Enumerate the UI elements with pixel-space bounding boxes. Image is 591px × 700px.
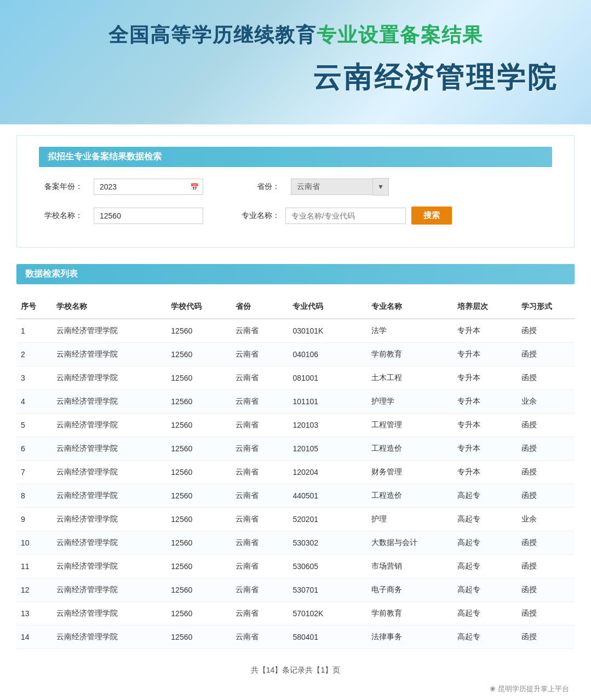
cell-province: 云南省 xyxy=(231,626,289,649)
col-header-code: 学校代码 xyxy=(167,295,231,319)
title-part1: 全国高等学历继续教育 xyxy=(108,24,317,46)
cell-level: 专升本 xyxy=(453,319,518,343)
cell-major-name: 护理学 xyxy=(367,390,453,414)
cell-level: 高起专 xyxy=(453,555,518,578)
table-row: 10云南经济管理学院12560云南省530302大数据与会计高起专函授 xyxy=(16,531,575,555)
cell-mode: 业余 xyxy=(517,390,575,414)
cell-province: 云南省 xyxy=(231,555,289,578)
cell-no: 3 xyxy=(16,366,52,390)
cell-school: 云南经济管理学院 xyxy=(52,414,167,437)
col-header-major-code: 专业代码 xyxy=(288,295,367,319)
title-part2: 专业设置备案结果 xyxy=(317,24,483,46)
cell-code: 12560 xyxy=(167,626,231,649)
cell-major-name: 财务管理 xyxy=(367,461,453,484)
cell-code: 12560 xyxy=(167,437,231,461)
cell-no: 1 xyxy=(16,319,52,343)
cell-major-code: 440501 xyxy=(288,484,367,508)
table-row: 4云南经济管理学院12560云南省101101护理学专升本业余 xyxy=(16,390,575,414)
cell-mode: 函授 xyxy=(517,343,575,366)
cell-province: 云南省 xyxy=(231,508,289,531)
search-button[interactable]: 搜索 xyxy=(411,206,452,225)
cell-no: 8 xyxy=(16,484,52,508)
table-row: 11云南经济管理学院12560云南省530605市场营销高起专函授 xyxy=(16,555,575,578)
cell-code: 12560 xyxy=(167,555,231,578)
cell-major-code: 081001 xyxy=(288,366,367,390)
search-section-header: 拟招生专业备案结果数据检索 xyxy=(39,147,552,167)
cell-no: 5 xyxy=(16,414,52,437)
cell-level: 专升本 xyxy=(453,366,518,390)
cell-major-code: 530302 xyxy=(288,531,367,555)
year-row: 备案年份： 📅 xyxy=(39,179,203,195)
cell-code: 12560 xyxy=(167,319,231,343)
table-row: 3云南经济管理学院12560云南省081001土木工程专升本函授 xyxy=(16,366,575,390)
cell-code: 12560 xyxy=(167,578,231,602)
major-label: 专业名称： xyxy=(236,211,280,221)
table-header-row: 序号 学校名称 学校代码 省份 专业代码 专业名称 培养层次 学习形式 xyxy=(16,295,575,319)
cell-no: 2 xyxy=(16,343,52,366)
cell-level: 高起专 xyxy=(453,602,518,626)
cell-major-code: 101101 xyxy=(288,390,367,414)
province-input[interactable] xyxy=(291,179,373,195)
cell-code: 12560 xyxy=(167,508,231,531)
year-label: 备案年份： xyxy=(39,182,83,192)
cell-major-name: 工程管理 xyxy=(367,414,453,437)
cell-major-code: 520201 xyxy=(288,508,367,531)
cell-mode: 函授 xyxy=(517,319,575,343)
cell-mode: 函授 xyxy=(517,555,575,578)
cell-school: 云南经济管理学院 xyxy=(52,390,167,414)
cell-major-code: 120105 xyxy=(288,437,367,461)
cell-major-name: 法律事务 xyxy=(367,626,453,649)
col-header-level: 培养层次 xyxy=(453,295,518,319)
table-section-header: 数据检索列表 xyxy=(16,264,575,284)
cell-school: 云南经济管理学院 xyxy=(52,626,167,649)
cell-mode: 函授 xyxy=(517,484,575,508)
province-dropdown-arrow[interactable]: ▼ xyxy=(373,178,389,196)
cell-major-name: 大数据与会计 xyxy=(367,531,453,555)
cell-school: 云南经济管理学院 xyxy=(52,484,167,508)
cell-code: 12560 xyxy=(167,531,231,555)
cell-major-code: 120204 xyxy=(288,461,367,484)
cell-major-name: 法学 xyxy=(367,319,453,343)
cell-school: 云南经济管理学院 xyxy=(52,578,167,602)
province-label: 省份： xyxy=(236,182,280,192)
cell-mode: 函授 xyxy=(517,414,575,437)
col-header-mode: 学习形式 xyxy=(517,295,575,319)
major-row: 专业名称： 搜索 xyxy=(236,206,452,225)
cell-major-code: 530605 xyxy=(288,555,367,578)
cell-no: 12 xyxy=(16,578,52,602)
province-row: 省份： ▼ xyxy=(236,178,389,196)
cell-province: 云南省 xyxy=(231,414,289,437)
year-input[interactable] xyxy=(94,179,203,195)
cell-mode: 函授 xyxy=(517,578,575,602)
cell-school: 云南经济管理学院 xyxy=(52,461,167,484)
sub-title: 云南经济管理学院 xyxy=(33,59,558,97)
table-row: 12云南经济管理学院12560云南省530701电子商务高起专函授 xyxy=(16,578,575,602)
cell-code: 12560 xyxy=(167,390,231,414)
school-input[interactable] xyxy=(94,208,203,224)
cell-mode: 业余 xyxy=(517,508,575,531)
cell-code: 12560 xyxy=(167,602,231,626)
table-row: 2云南经济管理学院12560云南省040106学前教育专升本函授 xyxy=(16,343,575,366)
cell-no: 11 xyxy=(16,555,52,578)
cell-province: 云南省 xyxy=(231,343,289,366)
cell-major-code: 580401 xyxy=(288,626,367,649)
cell-mode: 函授 xyxy=(517,602,575,626)
cell-major-code: 040106 xyxy=(288,343,367,366)
col-header-province: 省份 xyxy=(231,295,289,319)
table-row: 1云南经济管理学院12560云南省030101K法学专升本函授 xyxy=(16,319,575,343)
cell-level: 高起专 xyxy=(453,578,518,602)
cell-major-code: 030101K xyxy=(288,319,367,343)
cell-major-name: 学前教育 xyxy=(367,343,453,366)
table-row: 5云南经济管理学院12560云南省120103工程管理专升本函授 xyxy=(16,414,575,437)
cell-level: 专升本 xyxy=(453,437,518,461)
table-row: 9云南经济管理学院12560云南省520201护理高起专业余 xyxy=(16,508,575,531)
cell-major-name: 学前教育 xyxy=(367,602,453,626)
cell-mode: 函授 xyxy=(517,626,575,649)
school-row: 学校名称： xyxy=(39,208,203,224)
calendar-icon: 📅 xyxy=(190,183,199,191)
header-section: 全国高等学历继续教育专业设置备案结果 云南经济管理学院 xyxy=(0,0,591,124)
col-header-major-name: 专业名称 xyxy=(367,295,453,319)
cell-province: 云南省 xyxy=(231,484,289,508)
cell-major-name: 护理 xyxy=(367,508,453,531)
major-input[interactable] xyxy=(285,208,406,224)
